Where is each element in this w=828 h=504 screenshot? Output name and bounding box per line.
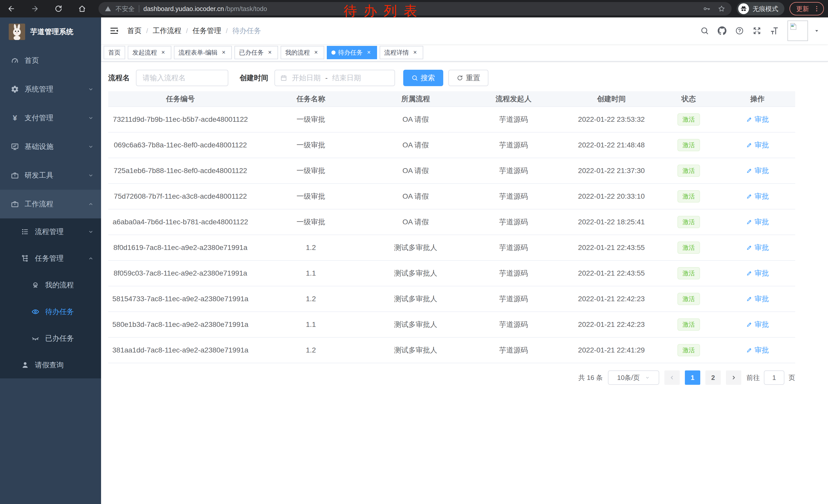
tab-首页[interactable]: 首页 [104, 46, 125, 59]
breadcrumb-workflow[interactable]: 工作流程 [153, 26, 181, 36]
cell-process: 测试多审批人 [369, 261, 462, 286]
close-icon[interactable]: × [220, 49, 227, 56]
github-icon[interactable] [718, 27, 727, 35]
pagination: 共 16 条 10条/页 12 前往 页 [108, 370, 795, 385]
cell-created: 2022-01-22 23:53:32 [565, 107, 658, 132]
page-button-1[interactable]: 1 [685, 370, 700, 385]
forward-icon[interactable] [28, 2, 42, 16]
font-size-icon[interactable] [770, 27, 779, 35]
page-size-select[interactable]: 10条/页 [608, 370, 659, 385]
cell-action: 审批 [719, 107, 795, 132]
tab-待办任务[interactable]: 待办任务× [327, 46, 377, 59]
approve-link[interactable]: 审批 [746, 345, 769, 355]
breadcrumb-task-mgmt[interactable]: 任务管理 [192, 26, 221, 36]
close-icon[interactable]: × [266, 49, 274, 56]
cell-action: 审批 [719, 158, 795, 184]
dots-vertical-icon[interactable] [813, 5, 820, 12]
tab-流程详情[interactable]: 流程详情× [380, 46, 423, 59]
sidebar-item-label: 任务管理 [35, 254, 88, 263]
cell-action: 审批 [719, 286, 795, 312]
sidebar-item-process-mgmt[interactable]: 流程管理 [0, 218, 101, 245]
status-badge: 激活 [677, 267, 700, 279]
sidebar-item-done-task[interactable]: 已办任务 [0, 325, 101, 352]
edit-icon [746, 116, 753, 123]
cell-starter: 芋道源码 [462, 261, 565, 286]
approve-link[interactable]: 审批 [746, 140, 769, 150]
table-row: 75d72608-7b7f-11ec-a3c8-acde48001122一级审批… [108, 184, 795, 209]
search-icon[interactable] [700, 27, 709, 35]
sidebar-item-devtools[interactable]: 研发工具 [0, 161, 101, 190]
date-range-picker[interactable]: 开始日期 - 结束日期 [275, 70, 395, 86]
key-icon[interactable] [703, 5, 710, 12]
approve-link[interactable]: 审批 [746, 294, 769, 304]
sidebar-item-home[interactable]: 首页 [0, 46, 101, 75]
robot-icon [31, 281, 40, 289]
column-header: 任务编号 [108, 91, 252, 107]
sidebar-item-payment[interactable]: ¥支付管理 [0, 103, 101, 132]
cell-id: 580e1b3d-7ac8-11ec-a9e2-a2380e71991a [108, 312, 252, 337]
avatar[interactable] [787, 20, 808, 41]
sidebar-item-system[interactable]: 系统管理 [0, 75, 101, 103]
sidebar-collapse-icon[interactable] [109, 26, 119, 36]
cell-action: 审批 [719, 184, 795, 209]
cell-name: 一级审批 [252, 158, 369, 184]
search-button[interactable]: 搜索 [403, 70, 443, 86]
tab-发起流程[interactable]: 发起流程× [128, 46, 171, 59]
reload-icon[interactable] [51, 2, 66, 16]
monitor-icon [10, 142, 19, 151]
star-icon[interactable] [718, 5, 726, 12]
sidebar-item-task-mgmt[interactable]: 任务管理 [0, 245, 101, 272]
page-button-2[interactable]: 2 [705, 370, 721, 385]
url-host: dashboard.yudao.iocoder.cn [143, 5, 224, 12]
home-icon[interactable] [75, 2, 89, 16]
goto-page-input[interactable] [764, 370, 784, 385]
next-page-button[interactable] [726, 370, 741, 385]
warning-icon [105, 5, 111, 12]
close-icon[interactable]: × [365, 49, 372, 56]
approve-link[interactable]: 审批 [746, 217, 769, 227]
sidebar-item-leave-query[interactable]: 请假查询 [0, 352, 101, 378]
approve-link[interactable]: 审批 [746, 320, 769, 329]
approve-link[interactable]: 审批 [746, 114, 769, 124]
tab-label: 待办任务 [338, 48, 363, 57]
table-row: 381aa1dd-7ac8-11ec-a9e2-a2380e71991a1.2测… [108, 337, 795, 363]
cell-id: 75d72608-7b7f-11ec-a3c8-acde48001122 [108, 184, 252, 209]
update-label: 更新 [796, 5, 809, 13]
approve-link[interactable]: 审批 [746, 191, 769, 201]
cell-starter: 芋道源码 [462, 184, 565, 209]
approve-link[interactable]: 审批 [746, 268, 769, 278]
tab-流程表单-编辑[interactable]: 流程表单-编辑× [174, 46, 232, 59]
close-icon[interactable]: × [411, 49, 419, 56]
close-icon[interactable]: × [160, 49, 167, 56]
breadcrumb-home[interactable]: 首页 [127, 26, 141, 36]
tab-label: 已办任务 [239, 48, 264, 57]
sidebar-item-workflow[interactable]: 工作流程 [0, 190, 101, 218]
fullscreen-icon[interactable] [753, 27, 761, 35]
table-row: 580e1b3d-7ac8-11ec-a9e2-a2380e71991a1.1测… [108, 312, 795, 337]
sidebar: 芋道管理系统 首页系统管理¥支付管理基础设施研发工具工作流程流程管理任务管理我的… [0, 17, 101, 504]
column-header: 状态 [658, 91, 719, 107]
cell-process: 测试多审批人 [369, 312, 462, 337]
reset-button[interactable]: 重置 [448, 70, 488, 86]
process-name-input[interactable] [136, 70, 228, 86]
question-icon[interactable] [735, 27, 744, 35]
browser-update-button[interactable]: 更新 [790, 2, 824, 15]
sidebar-item-infrastructure[interactable]: 基础设施 [0, 132, 101, 161]
table-row: 73211d9d-7b9b-11ec-b5b7-acde48001122一级审批… [108, 107, 795, 132]
tab-我的流程[interactable]: 我的流程× [281, 46, 324, 59]
edit-icon [746, 244, 753, 251]
close-icon[interactable]: × [313, 49, 320, 56]
prev-page-button[interactable] [664, 370, 680, 385]
cell-status: 激活 [658, 261, 719, 286]
cell-id: 8f0d1619-7ac8-11ec-a9e2-a2380e71991a [108, 235, 252, 261]
approve-link[interactable]: 审批 [746, 166, 769, 176]
approve-link[interactable]: 审批 [746, 243, 769, 253]
sidebar-item-todo-task[interactable]: 待办任务 [0, 299, 101, 325]
caret-down-icon[interactable] [814, 28, 820, 34]
back-icon[interactable] [4, 2, 18, 16]
app-logo[interactable]: 芋道管理系统 [0, 17, 101, 46]
tab-已办任务[interactable]: 已办任务× [235, 46, 278, 59]
list-icon [20, 228, 30, 236]
cell-created: 2022-01-21 22:42:23 [565, 312, 658, 337]
sidebar-item-my-process[interactable]: 我的流程 [0, 272, 101, 299]
